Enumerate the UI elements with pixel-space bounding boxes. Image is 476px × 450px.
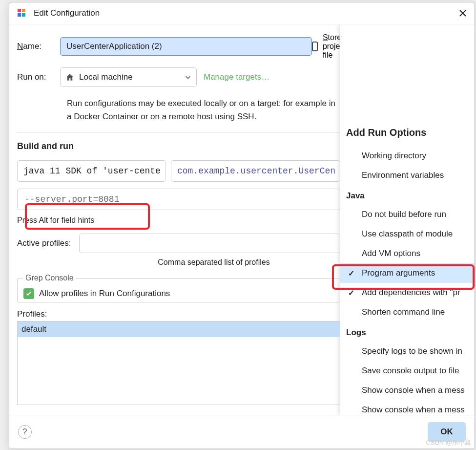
svg-rect-2: [18, 13, 21, 17]
option-add-dependencies[interactable]: ✓ Add dependencies with "pr: [340, 283, 475, 302]
store-label: Store as project file: [323, 33, 340, 60]
runon-label: Run on:: [17, 72, 51, 82]
profiles-list[interactable]: default: [17, 321, 340, 405]
close-icon: [459, 9, 467, 17]
program-arguments-value: --server.port=8081: [24, 194, 119, 204]
runon-value: Local machine: [79, 72, 180, 82]
add-run-options-title: Add Run Options: [340, 116, 475, 146]
watermark: CSDN @乐小鑫: [426, 438, 471, 447]
check-icon: ✓: [348, 288, 354, 298]
runon-select[interactable]: Local machine: [60, 67, 197, 87]
field-hints-text: Press Alt for field hints: [17, 216, 340, 225]
active-profiles-label: Active profiles:: [17, 238, 71, 248]
option-program-arguments[interactable]: ✓ Program arguments: [340, 263, 475, 283]
chevron-down-icon: [185, 74, 191, 81]
check-icon: ✓: [348, 269, 354, 278]
home-icon: [65, 73, 74, 82]
name-row: Name: Store as project file: [17, 33, 340, 60]
main-class-field[interactable]: com.example.usercenter.UserCen: [171, 160, 340, 182]
close-button[interactable]: [458, 8, 468, 18]
comma-hint: Comma separated list of profiles: [87, 258, 340, 267]
option-specify-logs[interactable]: Specify logs to be shown in: [340, 342, 475, 361]
option-add-vm-options[interactable]: Add VM options: [340, 244, 475, 263]
store-as-project-file[interactable]: Store as project file: [312, 33, 340, 60]
option-show-console-2[interactable]: Show console when a mess: [340, 400, 475, 415]
options-section-java: Java: [340, 185, 475, 205]
option-show-console-1[interactable]: Show console when a mess: [340, 381, 475, 400]
store-checkbox[interactable]: [312, 42, 318, 51]
name-label: Name:: [17, 42, 51, 51]
options-section-logs: Logs: [340, 322, 475, 342]
profiles-item-default[interactable]: default: [18, 321, 340, 337]
intellij-icon: [16, 7, 28, 19]
active-profiles-input[interactable]: [79, 234, 340, 253]
build-run-row: java 11 SDK of 'user-cente com.example.u…: [17, 160, 340, 182]
option-save-console-output[interactable]: Save console output to file: [340, 361, 475, 381]
svg-rect-0: [18, 9, 21, 12]
manage-targets-link[interactable]: Manage targets…: [204, 72, 269, 82]
titlebar: Edit Configuration: [9, 2, 475, 24]
divider: [17, 132, 340, 132]
runon-row: Run on: Local machine Manage targets…: [17, 67, 340, 87]
svg-rect-1: [22, 9, 25, 12]
profiles-label: Profiles:: [17, 309, 340, 319]
description-text: Run configurations may be executed local…: [67, 97, 340, 123]
program-arguments-field[interactable]: --server.port=8081: [17, 189, 340, 210]
grep-console-fieldset: Grep Console Allow profiles in Run Confi…: [17, 274, 340, 302]
option-use-classpath[interactable]: Use classpath of module: [340, 224, 475, 244]
add-run-options-panel: Add Run Options Working directory Enviro…: [340, 24, 475, 415]
svg-rect-3: [22, 13, 25, 17]
checkbox-checked-icon: [23, 288, 34, 299]
build-and-run-header: Build and run: [17, 141, 340, 151]
dialog-footer: ? OK: [9, 415, 475, 449]
option-environment-variables[interactable]: Environment variables: [340, 166, 475, 185]
help-button[interactable]: ?: [18, 425, 32, 439]
grep-console-legend: Grep Console: [23, 274, 76, 282]
active-profiles-row: Active profiles:: [17, 234, 340, 253]
option-working-directory[interactable]: Working directory: [340, 146, 475, 166]
dialog-body: Name: Store as project file Run on: Loca: [9, 24, 475, 415]
name-input[interactable]: [60, 37, 312, 56]
option-do-not-build[interactable]: Do not build before run: [340, 205, 475, 224]
main-panel: Name: Store as project file Run on: Loca: [9, 24, 340, 415]
edit-configuration-dialog: Edit Configuration Name: Store as projec…: [9, 2, 475, 449]
sdk-field[interactable]: java 11 SDK of 'user-cente: [17, 160, 166, 182]
allow-profiles-checkbox[interactable]: Allow profiles in Run Configurations: [23, 288, 334, 299]
option-shorten-command-line[interactable]: Shorten command line: [340, 302, 475, 322]
dialog-title: Edit Configuration: [34, 8, 458, 18]
